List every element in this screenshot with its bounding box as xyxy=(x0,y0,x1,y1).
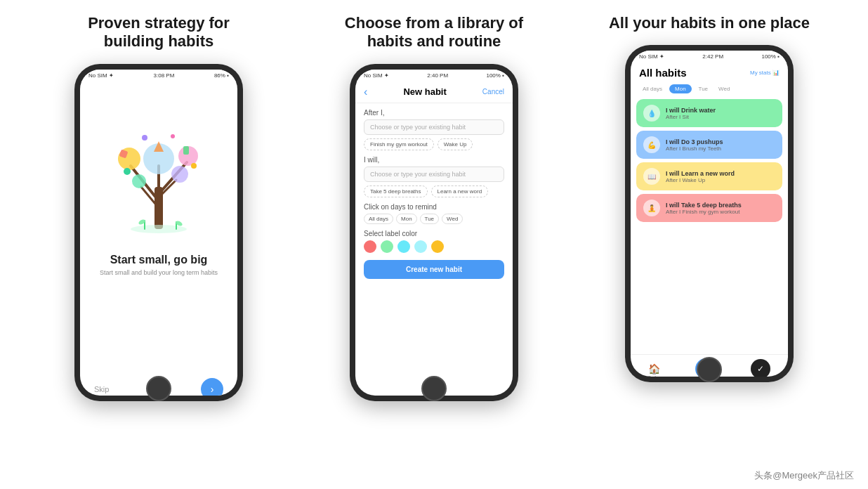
today-icon: 🏠 xyxy=(648,363,660,374)
habit-text-1: I will Drink water After I Sit xyxy=(666,107,716,120)
my-stats-button[interactable]: My stats 📊 xyxy=(750,70,780,76)
section-3-title: All your habits in one place xyxy=(609,14,810,32)
habit-text-3: I will Learn a new word After I Wake Up xyxy=(666,170,735,183)
watermark: 头条@Mergeek产品社区 xyxy=(754,469,854,482)
onboarding-sub: Start small and build your long term hab… xyxy=(89,269,228,276)
footer-today[interactable]: 🏠 Today xyxy=(647,363,661,377)
phone-1-status: No SIM ✦ 3:08 PM 86% ▪ xyxy=(80,70,237,82)
chip-gym[interactable]: Finish my gym workout xyxy=(364,138,434,150)
will-input[interactable]: Choose or type your existing habit xyxy=(364,167,504,182)
phone-2-notch xyxy=(413,64,455,68)
create-habit-button[interactable]: Create new habit xyxy=(364,260,504,279)
color-label: Select label color xyxy=(364,230,504,237)
section-2-title: Choose from a library ofhabits and routi… xyxy=(345,14,523,51)
battery-1: 86% ▪ xyxy=(214,72,229,79)
will-chips: Take 5 deep breaths Learn a new word xyxy=(364,185,504,197)
time-3: 2:42 PM xyxy=(702,53,723,60)
phone-3-home xyxy=(697,357,722,382)
today-label: Today xyxy=(647,375,661,377)
color-row xyxy=(364,240,504,253)
color-red[interactable] xyxy=(364,240,376,253)
svg-point-15 xyxy=(171,134,175,138)
habit-icon-1: 💧 xyxy=(643,105,660,122)
carrier-2: No SIM ✦ xyxy=(364,72,389,79)
tree-illustration xyxy=(103,89,215,243)
next-button[interactable]: › xyxy=(201,378,223,396)
tab-all-days[interactable]: All days xyxy=(639,84,666,93)
tab-tue[interactable]: Tue xyxy=(695,84,712,93)
screen-1: Start small, go big Start small and buil… xyxy=(80,82,237,396)
habit-sub-4: After I Finish my gym workout xyxy=(666,209,742,215)
section-3: All your habits in one place No SIM ✦ 2:… xyxy=(576,14,843,382)
habit-sub-3: After I Wake Up xyxy=(666,177,735,183)
color-green[interactable] xyxy=(381,240,393,253)
svg-point-18 xyxy=(131,225,187,233)
phone-2: No SIM ✦ 2:40 PM 100% ▪ ‹ New habit Canc… xyxy=(350,64,518,401)
habit-card-4[interactable]: 🧘 I will Take 5 deep breaths After I Fin… xyxy=(636,194,782,222)
carrier-3: No SIM ✦ xyxy=(639,53,664,60)
phone-2-status: No SIM ✦ 2:40 PM 100% ▪ xyxy=(355,70,513,82)
svg-point-17 xyxy=(191,163,197,169)
svg-point-16 xyxy=(124,168,131,175)
day-all[interactable]: All days xyxy=(364,214,393,224)
back-button[interactable]: ‹ xyxy=(364,86,367,98)
all-habits-icon: ✓ xyxy=(751,359,770,377)
phone-1-inner: No SIM ✦ 3:08 PM 86% ▪ xyxy=(80,70,237,396)
habit-title-3: I will Learn a new word xyxy=(666,170,735,177)
battery-2: 100% ▪ xyxy=(486,72,504,79)
phone-2-inner: No SIM ✦ 2:40 PM 100% ▪ ‹ New habit Canc… xyxy=(355,70,513,396)
main-container: Proven strategy forbuilding habits No SI… xyxy=(0,0,868,489)
color-cyan[interactable] xyxy=(397,240,410,253)
habit-list: 💧 I will Drink water After I Sit 💪 I wil… xyxy=(631,96,788,354)
battery-3: 100% ▪ xyxy=(761,53,780,60)
section-2: Choose from a library ofhabits and routi… xyxy=(301,14,567,401)
new-habit-header: ‹ New habit Cancel xyxy=(355,82,513,103)
svg-point-9 xyxy=(132,174,146,188)
habit-sub-1: After I Sit xyxy=(666,114,716,120)
habit-card-1[interactable]: 💧 I will Drink water After I Sit xyxy=(636,99,782,127)
phone-2-home xyxy=(421,376,447,401)
after-chips: Finish my gym workout Wake Up xyxy=(364,138,504,150)
svg-point-14 xyxy=(142,135,147,141)
days-label: Click on days to remind xyxy=(364,203,504,211)
day-tue[interactable]: Tue xyxy=(420,214,440,224)
day-wed[interactable]: Wed xyxy=(442,214,463,224)
phone-3-inner: No SIM ✦ 2:42 PM 100% ▪ All habits My st… xyxy=(631,51,788,377)
habit-card-2[interactable]: 💪 I will Do 3 pushups After I Brush my T… xyxy=(636,131,782,159)
skip-button[interactable]: Skip xyxy=(94,385,109,393)
tab-mon[interactable]: Mon xyxy=(669,84,692,93)
habit-card-3[interactable]: 📖 I will Learn a new word After I Wake U… xyxy=(636,162,782,190)
section-1-title: Proven strategy forbuilding habits xyxy=(88,14,230,51)
phone-1-notch xyxy=(138,64,180,68)
onboarding-title: Start small, go big xyxy=(110,254,208,266)
habit-text-2: I will Do 3 pushups After I Brush my Tee… xyxy=(666,138,723,152)
habit-text-4: I will Take 5 deep breaths After I Finis… xyxy=(666,202,742,215)
habit-title-2: I will Do 3 pushups xyxy=(666,138,723,145)
phone-1-home xyxy=(146,376,171,401)
phone-1: No SIM ✦ 3:08 PM 86% ▪ xyxy=(74,64,243,401)
svg-point-10 xyxy=(171,166,188,183)
tab-wed[interactable]: Wed xyxy=(715,84,733,93)
chip-breaths[interactable]: Take 5 deep breaths xyxy=(364,185,428,197)
phone-3-status: No SIM ✦ 2:42 PM 100% ▪ xyxy=(631,51,788,63)
chip-wakeup[interactable]: Wake Up xyxy=(438,138,473,150)
footer-all-habits[interactable]: ✓ All habits xyxy=(751,359,770,377)
after-label: After I, xyxy=(364,109,504,117)
day-mon[interactable]: Mon xyxy=(396,214,417,224)
chip-word[interactable]: Learn a new word xyxy=(431,185,489,197)
screen-2: ‹ New habit Cancel After I, Choose or ty… xyxy=(355,82,513,396)
habit-icon-4: 🧘 xyxy=(643,200,660,216)
new-habit-title: New habit xyxy=(403,86,446,97)
habit-sub-2: After I Brush my Teeth xyxy=(666,145,723,152)
habit-icon-2: 💪 xyxy=(643,136,660,153)
cancel-button[interactable]: Cancel xyxy=(482,88,504,96)
will-label: I will, xyxy=(364,156,504,164)
screen-3: All habits My stats 📊 All days Mon Tue W… xyxy=(631,63,788,377)
new-habit-body: After I, Choose or type your existing ha… xyxy=(355,103,513,396)
carrier-1: No SIM ✦ xyxy=(88,72,114,79)
color-yellow[interactable] xyxy=(431,240,444,253)
after-input[interactable]: Choose or type your existing habit xyxy=(364,119,504,135)
days-row: All days Mon Tue Wed xyxy=(364,214,504,224)
time-2: 2:40 PM xyxy=(427,72,448,79)
color-lightcyan[interactable] xyxy=(414,240,427,253)
